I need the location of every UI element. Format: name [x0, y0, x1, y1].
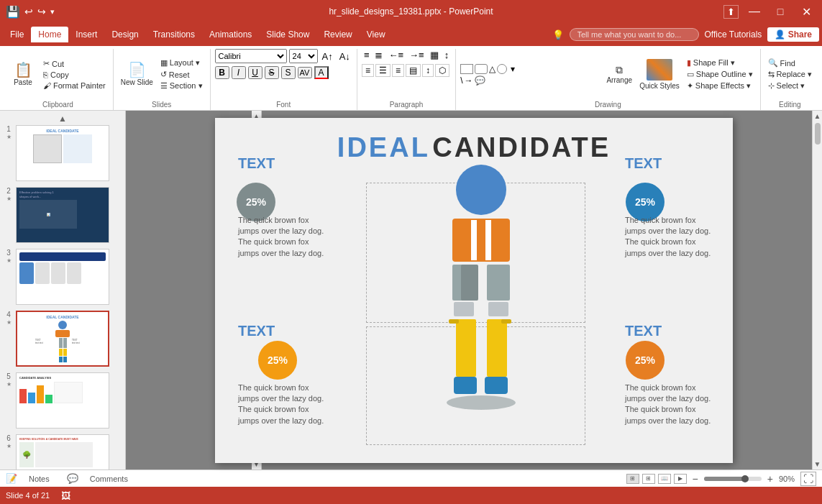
right-scrollbar[interactable]: ▲ ▼ [812, 111, 822, 469]
fontcolor-button[interactable]: A [314, 66, 329, 79]
font-size-select[interactable]: 24 [289, 49, 318, 63]
convert-smartart-btn[interactable]: ⬡ [435, 64, 449, 77]
comments-label[interactable]: Comments [90, 475, 128, 483]
scroll-right-down[interactable]: ▼ [813, 459, 822, 469]
layout-button[interactable]: ▦ Layout ▾ [157, 58, 206, 68]
customizeqat-icon[interactable]: ▾ [50, 7, 55, 17]
lightbulb-icon: 💡 [552, 29, 564, 40]
notes-label[interactable]: Notes [29, 475, 50, 483]
menu-design[interactable]: Design [104, 27, 145, 42]
decrease-font-btn[interactable]: A↓ [337, 50, 352, 63]
underline-button[interactable]: U [248, 66, 262, 79]
format-painter-button[interactable]: 🖌 Format Painter [40, 81, 109, 91]
slide-thumb-6[interactable]: 6 ★ KEEPING SOLUTION: A CANDIDATE MUST H… [3, 433, 122, 469]
shape-outline-button[interactable]: ▭ Shape Outline ▾ [684, 69, 756, 80]
justify-btn[interactable]: ▤ [406, 64, 421, 77]
zoom-out-btn[interactable]: − [693, 473, 698, 485]
tell-me-input[interactable] [570, 28, 699, 41]
svg-rect-7 [454, 302, 474, 316]
arrange-button[interactable]: ⧉ Arrange [603, 63, 635, 86]
share-button[interactable]: 👤 Share [767, 27, 819, 42]
find-button[interactable]: 🔍 Find [765, 58, 815, 68]
scroll-up-btn[interactable]: ▲ [3, 114, 122, 124]
line-shape[interactable]: \ [460, 75, 462, 86]
section-button[interactable]: ☰ Section ▾ [157, 81, 206, 91]
menu-animations[interactable]: Animations [202, 27, 259, 42]
copy-button[interactable]: ⎘ Copy [40, 70, 109, 80]
shadow-button[interactable]: S [281, 66, 296, 79]
slide-thumb-1[interactable]: 1 ★ IDEAL CANDIDATE [3, 124, 122, 183]
triangle-shape[interactable]: △ [489, 64, 496, 74]
more-shapes-btn[interactable]: ▾ [508, 64, 517, 74]
linespacing-btn[interactable]: ↕ [422, 64, 434, 77]
slide-thumb-4[interactable]: 4 ★ IDEAL CANDIDATE TEXTtext text [3, 309, 122, 368]
align-right-btn[interactable]: ≡ [392, 64, 404, 77]
menu-transitions[interactable]: Transitions [146, 27, 202, 42]
italic-button[interactable]: I [232, 66, 246, 79]
svg-rect-10 [449, 319, 459, 324]
bold-button[interactable]: B [215, 66, 229, 79]
reset-button[interactable]: ↺ Reset [157, 69, 206, 80]
maximize-btn[interactable]: □ [770, 6, 790, 17]
align-left-btn[interactable]: ≡ [362, 64, 374, 77]
menu-insert[interactable]: Insert [68, 27, 104, 42]
font-family-select[interactable]: Calibri [215, 49, 287, 63]
undo-icon[interactable]: ↩ [24, 6, 33, 17]
increase-indent-btn[interactable]: →≡ [407, 49, 426, 61]
fit-slide-btn[interactable]: ⛶ [800, 472, 816, 486]
paste-button[interactable]: 📋 Paste [7, 61, 39, 88]
cut-button[interactable]: ✂ Cut [40, 58, 109, 69]
new-slide-button[interactable]: 📄 New Slide [118, 61, 156, 88]
slide-canvas[interactable]: IDEAL CANDIDATE 25% TEXT The quick brown… [215, 118, 733, 463]
textdir-btn[interactable]: ↕ [442, 49, 452, 61]
paste-icon: 📋 [14, 63, 32, 77]
strikethrough-button[interactable]: S [265, 66, 279, 79]
slide-sorter-btn[interactable]: ⊞ [642, 474, 655, 484]
slide-thumb-3[interactable]: 3 ★ [3, 247, 122, 306]
zoom-thumb[interactable] [741, 475, 749, 482]
save-icon[interactable]: 💾 [6, 5, 20, 19]
shape-effects-button[interactable]: ✦ Shape Effects ▾ [684, 81, 756, 91]
ribbon: 📋 Paste ✂ Cut ⎘ Copy 🖌 Format Painter Cl… [0, 46, 822, 111]
ideal-text: IDEAL [337, 132, 430, 162]
menu-search-area: 💡 Office Tutorials 👤 Share [552, 27, 820, 42]
align-center-btn[interactable]: ☰ [375, 64, 391, 77]
slide-thumb-2[interactable]: 2 ★ Effective problem solving 1shapes of… [3, 185, 122, 244]
replace-button[interactable]: ⇆ Replace ▾ [765, 69, 815, 80]
bullets-btn[interactable]: ≡ [362, 49, 372, 61]
arrow-shape[interactable]: → [465, 75, 473, 86]
quick-styles-button[interactable]: Quick Styles [636, 58, 682, 91]
office-tutorials-link[interactable]: Office Tutorials [705, 29, 762, 40]
shape-fill-button[interactable]: ▮ Shape Fill ▾ [684, 58, 756, 68]
slide-thumb-5[interactable]: 5 ★ CANDIDATE ANALYSIS [3, 371, 122, 430]
slide-info-icon[interactable]: 🖼 [61, 490, 70, 501]
menu-view[interactable]: View [360, 27, 393, 42]
callout-shape[interactable]: 💬 [475, 75, 485, 86]
scroll-right-up[interactable]: ▲ [813, 111, 822, 122]
menu-review[interactable]: Review [316, 27, 359, 42]
rounded-rect-shape[interactable] [475, 64, 488, 74]
increase-font-btn[interactable]: A↑ [320, 50, 335, 63]
text-top-left-label: TEXT [238, 155, 332, 172]
cols-btn[interactable]: ▦ [428, 49, 441, 61]
select-button[interactable]: ⊹ Select ▾ [765, 81, 815, 91]
menu-file[interactable]: File [3, 27, 31, 42]
minimize-btn[interactable]: — [744, 5, 764, 18]
slide-num-4: 4 ★ [4, 311, 13, 326]
ribbon-toggle-icon[interactable]: ⬆ [723, 5, 739, 19]
slideshow-view-btn[interactable]: ▶ [674, 474, 687, 484]
circle-shape[interactable] [497, 64, 507, 74]
star-5: ★ [6, 381, 12, 388]
menu-home[interactable]: Home [31, 27, 68, 42]
zoom-slider[interactable] [704, 477, 762, 481]
normal-view-btn[interactable]: ⊞ [626, 474, 639, 484]
close-btn[interactable]: ✕ [796, 5, 816, 19]
numbering-btn[interactable]: ≣ [373, 49, 385, 61]
redo-icon[interactable]: ↪ [37, 6, 46, 17]
reading-view-btn[interactable]: 📖 [658, 474, 671, 484]
decrease-indent-btn[interactable]: ←≡ [386, 49, 406, 61]
zoom-in-btn[interactable]: + [767, 473, 773, 485]
menu-slideshow[interactable]: Slide Show [259, 27, 316, 42]
rectangle-shape[interactable] [460, 64, 473, 74]
charspacing-button[interactable]: AV [298, 67, 312, 78]
